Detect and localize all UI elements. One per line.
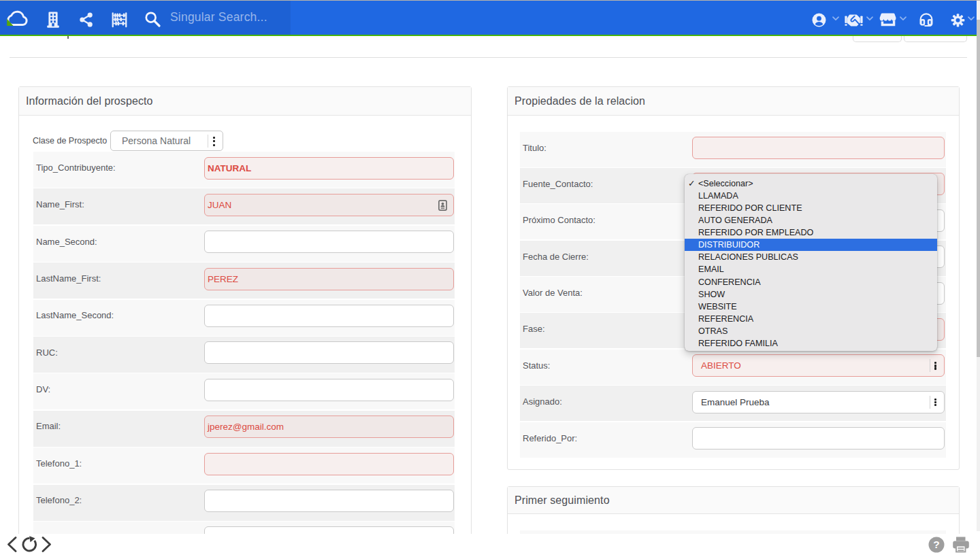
svg-text:?: ? [933,539,939,550]
